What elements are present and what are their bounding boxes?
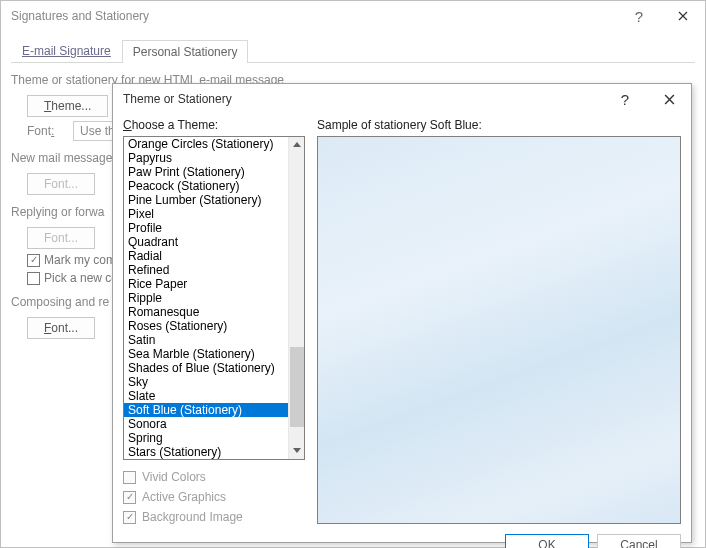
list-item[interactable]: Rice Paper <box>124 277 288 291</box>
outer-titlebar: Signatures and Stationery ? <box>1 1 705 31</box>
list-item[interactable]: Sonora <box>124 417 288 431</box>
list-item[interactable]: Satin <box>124 333 288 347</box>
vivid-colors-checkbox: Vivid Colors <box>123 470 305 484</box>
font-button-new[interactable]: Font... <box>27 173 95 195</box>
theme-list-items: Orange Circles (Stationery)PapyrusPaw Pr… <box>124 137 288 459</box>
list-item[interactable]: Spring <box>124 431 288 445</box>
list-item[interactable]: Pixel <box>124 207 288 221</box>
font-label: Font: <box>27 124 67 138</box>
sample-label: Sample of stationery Soft Blue: <box>317 118 681 132</box>
list-item[interactable]: Papyrus <box>124 151 288 165</box>
pick-color-checkbox[interactable]: Pick a new co <box>27 271 118 285</box>
list-item[interactable]: Refined <box>124 263 288 277</box>
choose-theme-label: Choose a Theme: <box>123 118 305 132</box>
list-item[interactable]: Profile <box>124 221 288 235</box>
theme-stationery-dialog: Theme or Stationery ? Choose a Theme: Or… <box>112 83 692 543</box>
list-item[interactable]: Quadrant <box>124 235 288 249</box>
checkbox-box <box>123 511 136 524</box>
font-button-reply[interactable]: Font... <box>27 227 95 249</box>
list-item[interactable]: Ripple <box>124 291 288 305</box>
list-item[interactable]: Sea Marble (Stationery) <box>124 347 288 361</box>
list-item[interactable]: Roses (Stationery) <box>124 319 288 333</box>
modal-footer: OK Cancel <box>113 530 691 548</box>
cancel-button[interactable]: Cancel <box>597 534 681 548</box>
preview-column: Sample of stationery Soft Blue: <box>317 118 681 524</box>
list-item[interactable]: Peacock (Stationery) <box>124 179 288 193</box>
tab-strip: E-mail Signature Personal Stationery <box>11 39 695 63</box>
stationery-preview <box>317 136 681 524</box>
theme-listbox[interactable]: Orange Circles (Stationery)PapyrusPaw Pr… <box>123 136 305 460</box>
scroll-up-icon[interactable] <box>289 137 304 153</box>
list-item[interactable]: Slate <box>124 389 288 403</box>
font-button-compose[interactable]: Font... <box>27 317 95 339</box>
theme-options: Vivid Colors Active Graphics Background … <box>123 470 305 524</box>
list-item[interactable]: Stars (Stationery) <box>124 445 288 459</box>
checkbox-box <box>27 272 40 285</box>
scroll-down-icon[interactable] <box>289 443 304 459</box>
list-item[interactable]: Shades of Blue (Stationery) <box>124 361 288 375</box>
checkbox-box <box>123 471 136 484</box>
list-item[interactable]: Paw Print (Stationery) <box>124 165 288 179</box>
tab-email-signature[interactable]: E-mail Signature <box>11 39 122 62</box>
list-item[interactable]: Orange Circles (Stationery) <box>124 137 288 151</box>
modal-title: Theme or Stationery <box>123 92 603 106</box>
list-item[interactable]: Radial <box>124 249 288 263</box>
modal-body: Choose a Theme: Orange Circles (Statione… <box>113 114 691 530</box>
list-item[interactable]: Romanesque <box>124 305 288 319</box>
checkbox-box <box>123 491 136 504</box>
background-image-checkbox: Background Image <box>123 510 305 524</box>
mark-comments-checkbox[interactable]: ✓ Mark my com <box>27 253 116 267</box>
list-item[interactable]: Sky <box>124 375 288 389</box>
list-item[interactable]: Soft Blue (Stationery) <box>124 403 288 417</box>
scroll-thumb[interactable] <box>290 347 304 427</box>
checkbox-box: ✓ <box>27 254 40 267</box>
list-item[interactable]: Pine Lumber (Stationery) <box>124 193 288 207</box>
help-button[interactable]: ? <box>617 1 661 31</box>
ok-button[interactable]: OK <box>505 534 589 548</box>
modal-close-icon[interactable] <box>647 84 691 114</box>
modal-titlebar: Theme or Stationery ? <box>113 84 691 114</box>
modal-help-button[interactable]: ? <box>603 84 647 114</box>
tab-personal-stationery[interactable]: Personal Stationery <box>122 40 249 63</box>
active-graphics-checkbox: Active Graphics <box>123 490 305 504</box>
close-icon[interactable] <box>661 1 705 31</box>
theme-list-column: Choose a Theme: Orange Circles (Statione… <box>123 118 305 524</box>
listbox-scrollbar[interactable] <box>288 137 304 459</box>
outer-dialog-title: Signatures and Stationery <box>11 9 617 23</box>
theme-button[interactable]: Theme... <box>27 95 108 117</box>
